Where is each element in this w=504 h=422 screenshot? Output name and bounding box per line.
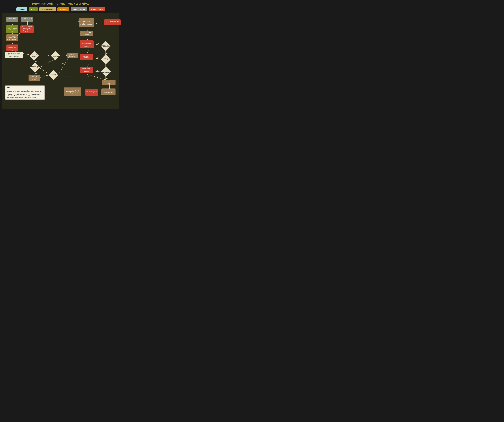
payment-request: Payment Request (PREQ) created (requires… — [64, 88, 81, 95]
svg-text:YES: YES — [35, 61, 37, 62]
file-created: File created for vendor through SciQuest — [101, 89, 115, 95]
diamond-commodity: Commodity review required? — [29, 63, 41, 71]
unapproved-po: Unapproved PO created — [80, 31, 93, 36]
svg-text:NO: NO — [49, 61, 50, 62]
svg-text:YES: YES — [62, 53, 64, 55]
notes-title: Notes: — [7, 87, 43, 89]
kfs-creates: KFS creates Purchase Order Amendment (PO… — [6, 34, 18, 41]
budget-reviewer: Budget reviewer approves (budget review … — [80, 41, 94, 48]
notes-box: Notes: If a fiscal officer (FO) creates … — [5, 85, 45, 100]
legend: Interface e-doc External System Batch Jo… — [2, 7, 119, 11]
svg-line-13 — [41, 59, 55, 67]
svg-line-19 — [40, 75, 48, 78]
legend-batch: Batch Job — [57, 7, 69, 11]
svg-text:NO: NO — [106, 78, 108, 79]
diamond-over10k: Is order over $10,000? — [47, 71, 59, 79]
when-unordered: When Unordered Items are Received — [6, 17, 18, 22]
svg-text:YES: YES — [62, 63, 64, 65]
diamond-transaction: Is PO over transaction authority amount? — [100, 68, 112, 76]
svg-text:NO: NO — [106, 53, 108, 54]
svg-text:YES: YES — [97, 43, 99, 44]
svg-text:NO: NO — [106, 65, 108, 67]
separation-note: Separation of duty reviewer added when i… — [5, 52, 23, 58]
po-created-status: PO created with status Pending CM Assign… — [79, 18, 94, 27]
notes-2: POAs from unordered items will route to … — [7, 93, 43, 98]
svg-text:YES: YES — [97, 57, 100, 58]
workflow-container: NO YES YES NO YES NO YES NO — [2, 13, 119, 109]
diamond-insuf-funds: Do accounts have insufficient funds? — [100, 42, 112, 50]
legend-manual: Manual Process — [89, 7, 105, 11]
svg-text:NO: NO — [42, 53, 44, 55]
notes-1: If a fiscal officer (FO) creates a POA u… — [7, 89, 43, 93]
legend-edoc: e-doc — [29, 7, 38, 11]
diamond-less5k: Is order less than $5000? — [29, 52, 39, 60]
svg-text:NO: NO — [88, 50, 90, 51]
svg-text:YES: YES — [35, 72, 37, 74]
receiver-adds: Receiver adds items to Line-Item Receivi… — [6, 25, 18, 33]
vendor-sends: Vendor sends invoice or eInvoice — [85, 89, 98, 95]
tax-manager: Tax manager approves — [80, 54, 93, 60]
legend-system: System Function — [71, 7, 87, 11]
diamond-cg: Does account have C&G responsibility? — [50, 52, 61, 60]
po-status-open: PO status becomes Open — [102, 80, 115, 85]
routes-commodity: Routes to commodity reviewer — [29, 75, 40, 81]
routes-cg: Routes to C&G processor — [67, 53, 78, 58]
svg-text:NO: NO — [88, 64, 90, 65]
svg-text:NO: NO — [88, 76, 90, 77]
page-title: Purchase Order Amendment • Workflow — [2, 2, 119, 5]
all-nodes: NO YES YES NO YES NO YES NO — [4, 16, 117, 107]
legend-interface: Interface — [16, 7, 27, 11]
requisition: Requisition (REQS) initiator selects Ame… — [20, 25, 34, 33]
fiscal-officer: Fiscal officer approves; adds account nu… — [6, 44, 18, 51]
svg-text:YES: YES — [97, 70, 99, 71]
diamond-nonresident: Is PO to a nonresident alien or employee… — [100, 55, 112, 63]
contract-manager: Contract manager assigns and submits — [104, 19, 120, 25]
legend-external: External System — [39, 7, 56, 11]
org-review: Organizational review (transaction autho… — [80, 67, 93, 73]
when-changing: When Changing an Order — [21, 17, 33, 22]
svg-text:NO: NO — [42, 69, 43, 70]
